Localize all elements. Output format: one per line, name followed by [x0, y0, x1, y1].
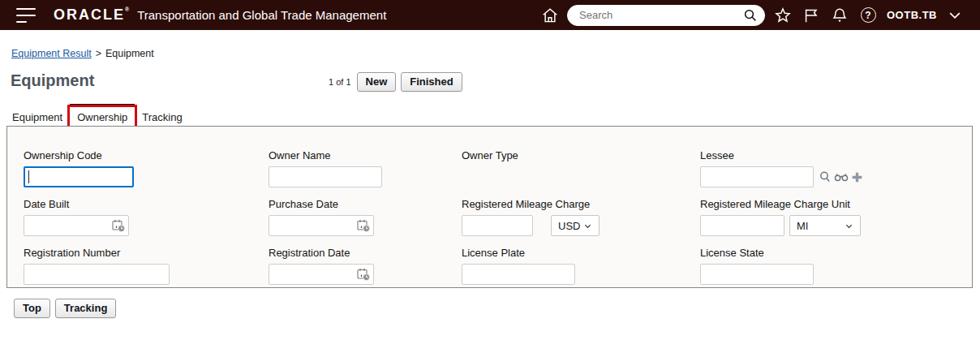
oracle-trademark: ® — [125, 6, 129, 12]
search-icon[interactable] — [743, 8, 758, 26]
field-lessee: Lessee — [700, 149, 972, 187]
unit-select[interactable]: MI — [789, 215, 861, 236]
search-input[interactable] — [567, 5, 765, 26]
purchase-date-label: Purchase Date — [269, 198, 462, 210]
registration-date-label: Registration Date — [269, 247, 462, 259]
tab-ownership-label: Ownership — [77, 111, 127, 123]
owner-name-input[interactable] — [269, 166, 382, 187]
field-registered-mileage-charge-unit: Registered Mileage Charge Unit MI — [700, 198, 972, 236]
license-plate-input[interactable] — [462, 264, 575, 285]
lessee-binoculars-icon[interactable] — [834, 170, 849, 183]
lessee-label: Lessee — [700, 149, 972, 161]
chevron-down-icon[interactable] — [944, 5, 965, 26]
ownership-code-input[interactable] — [24, 166, 134, 187]
date-built-calendar-icon[interactable] — [111, 218, 126, 236]
ownership-form-panel: Ownership Code Owner Name Owner Type Les… — [6, 126, 973, 288]
new-button[interactable]: New — [357, 72, 397, 92]
footer-actions: Top Tracking — [14, 299, 121, 318]
top-button[interactable]: Top — [14, 299, 50, 318]
license-state-input[interactable] — [700, 264, 814, 285]
field-owner-name: Owner Name — [269, 149, 462, 187]
registration-number-label: Registration Number — [24, 247, 269, 259]
field-registered-mileage-charge: Registered Mileage Charge USD — [462, 198, 700, 236]
lessee-input[interactable] — [700, 166, 814, 187]
breadcrumb-separator: > — [96, 48, 101, 59]
license-plate-label: License Plate — [462, 247, 700, 259]
field-owner-type: Owner Type — [462, 149, 700, 187]
lessee-add-icon[interactable] — [851, 171, 863, 183]
ownership-code-label: Ownership Code — [24, 149, 269, 161]
owner-type-label: Owner Type — [462, 149, 700, 161]
oracle-logo: ORACLE® — [54, 6, 129, 24]
registered-mileage-charge-unit-input[interactable] — [700, 215, 784, 236]
registration-date-calendar-icon[interactable] — [356, 267, 371, 285]
currency-select[interactable]: USD — [551, 215, 600, 236]
text-cursor — [28, 170, 29, 183]
select-chevron-icon — [845, 222, 853, 230]
license-state-label: License State — [700, 247, 972, 259]
currency-select-value: USD — [558, 220, 580, 232]
app-header: ORACLE® Transportation and Global Trade … — [0, 0, 980, 30]
breadcrumb-link-equipment-result[interactable]: Equipment Result — [11, 48, 92, 59]
registered-mileage-charge-unit-label: Registered Mileage Charge Unit — [700, 198, 972, 210]
lessee-search-icon[interactable] — [819, 170, 832, 183]
select-chevron-icon — [583, 222, 592, 230]
app-title: Transportation and Global Trade Manageme… — [137, 8, 386, 22]
date-built-label: Date Built — [24, 198, 269, 210]
field-purchase-date: Purchase Date — [269, 198, 462, 236]
tab-equipment[interactable]: Equipment — [5, 104, 70, 127]
field-date-built: Date Built — [24, 198, 269, 236]
purchase-date-calendar-icon[interactable] — [356, 218, 371, 236]
field-license-plate: License Plate — [462, 247, 700, 285]
breadcrumb-current: Equipment — [105, 48, 154, 59]
favorites-star-icon[interactable] — [772, 5, 793, 26]
page-actions: 1 of 1 New Finished — [329, 72, 467, 92]
tracking-button[interactable]: Tracking — [55, 299, 116, 318]
tab-tracking[interactable]: Tracking — [135, 104, 189, 127]
breadcrumb: Equipment Result>Equipment — [11, 48, 154, 59]
tab-bar: Equipment Ownership Tracking — [5, 104, 190, 127]
record-counter: 1 of 1 — [329, 77, 351, 87]
page-title: Equipment — [11, 71, 94, 90]
field-registration-number: Registration Number — [24, 247, 269, 285]
hamburger-menu-icon[interactable] — [16, 8, 37, 23]
notifications-bell-icon[interactable] — [829, 5, 850, 26]
unit-select-value: MI — [797, 220, 808, 232]
registered-mileage-charge-label: Registered Mileage Charge — [462, 198, 700, 210]
user-menu[interactable]: OOTB.TB — [887, 9, 937, 21]
registered-mileage-charge-input[interactable] — [462, 215, 533, 236]
owner-name-label: Owner Name — [269, 149, 462, 161]
finished-button[interactable]: Finished — [401, 72, 462, 92]
home-icon[interactable] — [539, 5, 561, 26]
field-registration-date: Registration Date — [269, 247, 462, 285]
field-license-state: License State — [700, 247, 972, 285]
tab-ownership[interactable]: Ownership — [70, 104, 135, 127]
flag-icon[interactable] — [801, 5, 822, 26]
help-icon[interactable]: ? — [858, 5, 879, 26]
registration-number-input[interactable] — [24, 264, 170, 285]
field-ownership-code: Ownership Code — [24, 149, 269, 187]
